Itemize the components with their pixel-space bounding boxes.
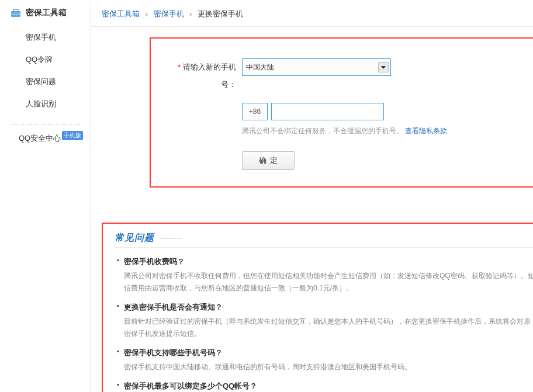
faq-title-underline: [160, 238, 182, 239]
breadcrumb-current: 更换密保手机: [198, 9, 243, 18]
phone-input[interactable]: [278, 104, 378, 119]
breadcrumb: 密保工具箱 › 密保手机 › 更换密保手机: [91, 3, 533, 27]
faq-question: 更换密保手机是否会有通知？: [118, 302, 533, 313]
faq-answer: 目前针对已经验证过的密保手机（即与系统发生过短信交互，确认是您本人的手机号码），…: [118, 315, 533, 340]
svg-rect-2: [11, 14, 20, 15]
faq-question: 密保手机支持哪些手机号码？: [118, 348, 533, 358]
phone-prefix-text: +86: [249, 107, 261, 116]
sidebar-item-label: 密保问题: [26, 77, 56, 86]
phone-form: *请输入新的手机号： 中国大陆 +86 腾讯公司不会绑定任何服务，不会泄漏您的手…: [150, 37, 533, 188]
sidebar-item-token[interactable]: QQ令牌: [0, 48, 91, 71]
sidebar-item-label: 人脸识别: [26, 99, 56, 108]
faq-answer: 密保手机支持中国大陆移动、联通和电信的所有号码，同时支持港澳台地区和美国手机号码…: [118, 361, 533, 373]
divider: [11, 124, 80, 125]
sidebar-item-question[interactable]: 密保问题: [0, 71, 91, 93]
phone-prefix: +86: [242, 103, 268, 120]
chevron-down-icon: [378, 62, 389, 72]
faq-item: 密保手机收费吗？ 腾讯公司对密保手机不收取任何费用，但您在使用短信相关功能时会产…: [115, 254, 533, 299]
submit-button[interactable]: 确定: [242, 151, 295, 170]
sidebar-item-face[interactable]: 人脸识别: [0, 93, 91, 115]
sidebar: 密保工具箱 密保手机 QQ令牌 密保问题 人脸识别 QQ安全中心手机版: [0, 3, 91, 392]
sidebar-item-security-center[interactable]: QQ安全中心手机版: [0, 129, 91, 144]
sidebar-title: 密保工具箱: [26, 8, 67, 18]
breadcrumb-phone[interactable]: 密保手机: [154, 9, 184, 18]
mobile-badge: 手机版: [62, 131, 83, 140]
toolbox-icon: [11, 8, 21, 18]
faq: 常见问题 密保手机收费吗？ 腾讯公司对密保手机不收取任何费用，但您在使用短信相关…: [102, 223, 533, 392]
privacy-link[interactable]: 查看隐私条款: [405, 127, 447, 135]
main-content: 密保工具箱 › 密保手机 › 更换密保手机 *请输入新的手机号： 中国大陆 +8…: [91, 3, 533, 392]
country-selected: 中国大陆: [246, 63, 274, 72]
phone-label-text: 请输入新的手机号：: [183, 63, 236, 89]
faq-question: 密保手机最多可以绑定多少个QQ帐号？: [118, 381, 533, 391]
sidebar-item-label: QQ令牌: [26, 55, 53, 64]
phone-label: *请输入新的手机号：: [164, 58, 236, 93]
faq-question: 密保手机收费吗？: [118, 256, 533, 267]
faq-item: 密保手机最多可以绑定多少个QQ帐号？ 同一个密保手机在半年内最多可以累计绑定10…: [115, 378, 533, 392]
country-select[interactable]: 中国大陆: [242, 58, 391, 76]
hint-text: 腾讯公司不会绑定任何服务，不会泄漏您的手机号。: [242, 127, 403, 135]
faq-list: 密保手机收费吗？ 腾讯公司对密保手机不收取任何费用，但您在使用短信相关功能时会产…: [115, 254, 533, 392]
sidebar-item-label: QQ安全中心: [19, 134, 61, 143]
faq-answer: 腾讯公司对密保手机不收取任何费用，但您在使用短信相关功能时会产生短信费用（如：发…: [118, 270, 533, 294]
breadcrumb-toolbox[interactable]: 密保工具箱: [102, 9, 140, 18]
sidebar-header: 密保工具箱: [0, 3, 91, 23]
svg-rect-1: [13, 9, 18, 12]
breadcrumb-sep: ›: [189, 9, 192, 18]
faq-title-text: 常见问题: [115, 232, 154, 244]
breadcrumb-sep: ›: [146, 9, 148, 18]
faq-item: 更换密保手机是否会有通知？ 目前针对已经验证过的密保手机（即与系统发生过短信交互…: [115, 299, 533, 345]
sidebar-nav: 密保手机 QQ令牌 密保问题 人脸识别: [0, 23, 91, 119]
sidebar-item-phone[interactable]: 密保手机: [0, 26, 91, 48]
faq-item: 密保手机支持哪些手机号码？ 密保手机支持中国大陆移动、联通和电信的所有号码，同时…: [115, 345, 533, 378]
faq-title: 常见问题: [115, 232, 533, 248]
hint: 腾讯公司不会绑定任何服务，不会泄漏您的手机号。 查看隐私条款: [242, 126, 515, 136]
sidebar-item-label: 密保手机: [26, 33, 56, 41]
required-mark: *: [178, 63, 181, 71]
phone-input-wrap: [271, 103, 384, 120]
